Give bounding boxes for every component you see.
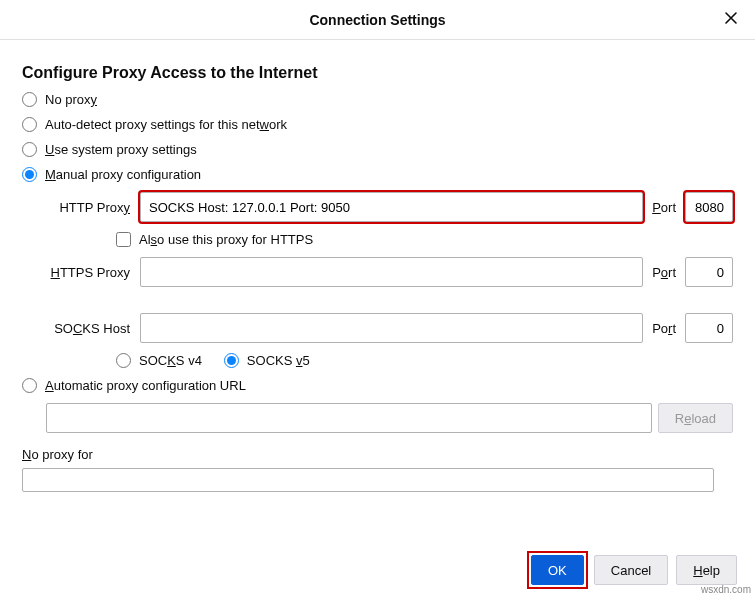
socks-v5-label: SOCKS v5 — [247, 353, 310, 368]
ok-button[interactable]: OK — [531, 555, 584, 585]
radio-auto-detect-input[interactable] — [22, 117, 37, 132]
radio-pac[interactable]: Automatic proxy configuration URL — [22, 378, 733, 393]
socks-version-row: SOCKS v4 SOCKS v5 — [116, 353, 733, 368]
dialog-titlebar: Connection Settings — [0, 0, 755, 40]
ok-button-highlight: OK — [529, 553, 586, 587]
watermark: wsxdn.com — [701, 584, 751, 595]
https-proxy-label: HTTPS Proxy — [22, 265, 134, 280]
http-port-input[interactable] — [685, 192, 733, 222]
http-proxy-label: HTTP Proxy — [22, 200, 134, 215]
radio-manual-input[interactable] — [22, 167, 37, 182]
cancel-button[interactable]: Cancel — [594, 555, 668, 585]
help-button[interactable]: Help — [676, 555, 737, 585]
no-proxy-for-input[interactable] — [22, 468, 714, 492]
http-proxy-input[interactable] — [140, 192, 643, 222]
radio-pac-input[interactable] — [22, 378, 37, 393]
radio-no-proxy-input[interactable] — [22, 92, 37, 107]
radio-manual-label: Manual proxy configuration — [45, 167, 201, 182]
https-proxy-input[interactable] — [140, 257, 643, 287]
also-https-row[interactable]: Also use this proxy for HTTPS — [116, 232, 733, 247]
https-port-input[interactable] — [685, 257, 733, 287]
section-heading: Configure Proxy Access to the Internet — [22, 64, 733, 82]
radio-no-proxy[interactable]: No proxy — [22, 92, 733, 107]
dialog-title: Connection Settings — [309, 12, 445, 28]
radio-system-label: Use system proxy settings — [45, 142, 197, 157]
radio-auto-detect[interactable]: Auto-detect proxy settings for this netw… — [22, 117, 733, 132]
dialog-body: Configure Proxy Access to the Internet N… — [0, 40, 755, 543]
reload-button[interactable]: Reload — [658, 403, 733, 433]
https-port-label: Port — [649, 265, 679, 280]
radio-pac-label: Automatic proxy configuration URL — [45, 378, 246, 393]
socks-host-row: SOCKS Host Port — [22, 313, 733, 343]
http-proxy-row: HTTP Proxy Port — [22, 192, 733, 222]
close-icon[interactable] — [723, 10, 743, 30]
http-port-label: Port — [649, 200, 679, 215]
no-proxy-for-label: No proxy for — [22, 447, 733, 462]
socks-port-label: Port — [649, 321, 679, 336]
socks-host-input[interactable] — [140, 313, 643, 343]
https-proxy-row: HTTPS Proxy Port — [22, 257, 733, 287]
socks-v5-radio[interactable] — [224, 353, 239, 368]
radio-no-proxy-label: No proxy — [45, 92, 97, 107]
socks-host-label: SOCKS Host — [22, 321, 134, 336]
pac-url-input[interactable] — [46, 403, 652, 433]
socks-port-input[interactable] — [685, 313, 733, 343]
socks-v4-label: SOCKS v4 — [139, 353, 202, 368]
also-https-checkbox[interactable] — [116, 232, 131, 247]
radio-system[interactable]: Use system proxy settings — [22, 142, 733, 157]
also-https-label: Also use this proxy for HTTPS — [139, 232, 313, 247]
radio-system-input[interactable] — [22, 142, 37, 157]
radio-manual[interactable]: Manual proxy configuration — [22, 167, 733, 182]
dialog-footer: OK Cancel Help — [0, 543, 755, 597]
pac-url-row: Reload — [46, 403, 733, 433]
socks-v4-radio[interactable] — [116, 353, 131, 368]
radio-auto-detect-label: Auto-detect proxy settings for this netw… — [45, 117, 287, 132]
